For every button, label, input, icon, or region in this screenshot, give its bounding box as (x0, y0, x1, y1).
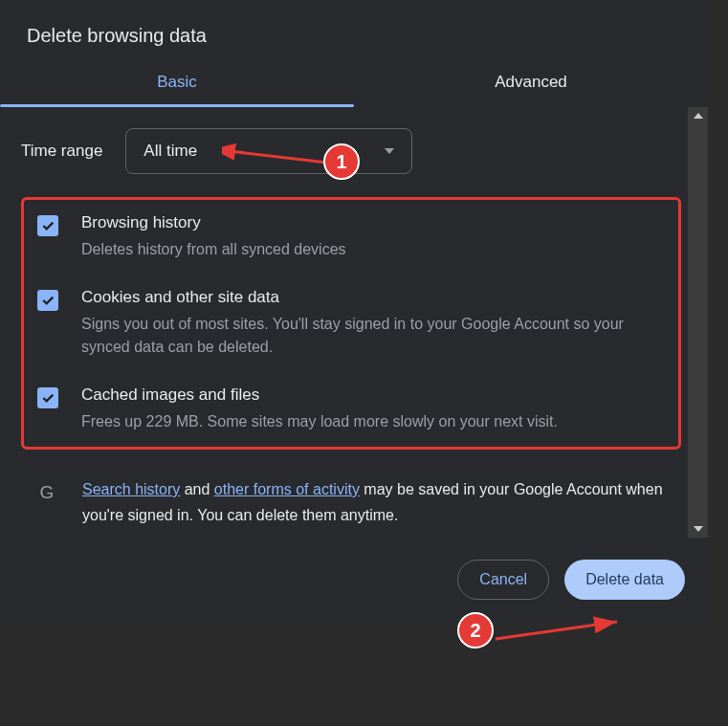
delete-browsing-data-dialog: Delete browsing data Basic Advanced Time… (0, 0, 708, 622)
info-text-segment: and (180, 481, 214, 497)
option-text: Cookies and other site data Signs you ou… (81, 288, 671, 359)
option-title: Cookies and other site data (81, 288, 671, 307)
background-area (0, 622, 728, 717)
option-desc: Frees up 229 MB. Some sites may load mor… (81, 410, 558, 433)
option-title: Browsing history (81, 213, 346, 232)
info-text: Search history and other forms of activi… (82, 476, 675, 524)
annotation-badge-1: 1 (323, 143, 360, 180)
option-cache: Cached images and files Frees up 229 MB.… (28, 385, 671, 433)
time-range-label: Time range (21, 142, 102, 161)
annotation-highlight-box: Browsing history Deletes history from al… (21, 197, 681, 450)
google-icon: G (34, 480, 59, 505)
tab-advanced[interactable]: Advanced (354, 57, 708, 107)
google-account-info: G Search history and other forms of acti… (21, 467, 681, 524)
time-range-value: All time (143, 142, 197, 161)
check-icon (40, 390, 55, 406)
tabs: Basic Advanced (0, 57, 708, 107)
time-range-select[interactable]: All time (125, 128, 412, 174)
button-label: Cancel (479, 571, 527, 588)
option-desc: Deletes history from all synced devices (81, 238, 346, 261)
tab-label: Advanced (495, 73, 567, 92)
scrollbar-thumb[interactable] (690, 124, 706, 469)
option-text: Browsing history Deletes history from al… (81, 213, 346, 261)
delete-data-button[interactable]: Delete data (564, 560, 685, 600)
option-browsing-history: Browsing history Deletes history from al… (28, 213, 671, 261)
caret-down-icon (385, 148, 394, 154)
checkbox-cache[interactable] (37, 387, 58, 408)
button-label: Delete data (585, 571, 664, 588)
tab-label: Basic (157, 73, 197, 92)
scroll-up-arrow-icon[interactable] (688, 107, 708, 124)
check-icon (40, 218, 55, 233)
tab-basic[interactable]: Basic (0, 57, 354, 107)
annotation-badge-2: 2 (457, 612, 494, 649)
check-icon (40, 293, 55, 308)
dialog-footer: Cancel Delete data (0, 538, 708, 622)
other-activity-link[interactable]: other forms of activity (214, 481, 360, 497)
checkbox-browsing-history[interactable] (37, 215, 58, 236)
cancel-button[interactable]: Cancel (457, 560, 549, 600)
option-text: Cached images and files Frees up 229 MB.… (81, 385, 558, 433)
search-history-link[interactable]: Search history (82, 481, 180, 497)
option-cookies: Cookies and other site data Signs you ou… (28, 288, 671, 359)
scroll-down-arrow-icon[interactable] (688, 520, 708, 538)
dialog-title: Delete browsing data (0, 0, 708, 57)
scrollbar[interactable] (688, 107, 708, 538)
checkbox-cookies[interactable] (37, 290, 58, 311)
option-desc: Signs you out of most sites. You'll stay… (81, 313, 671, 359)
option-title: Cached images and files (81, 385, 558, 405)
